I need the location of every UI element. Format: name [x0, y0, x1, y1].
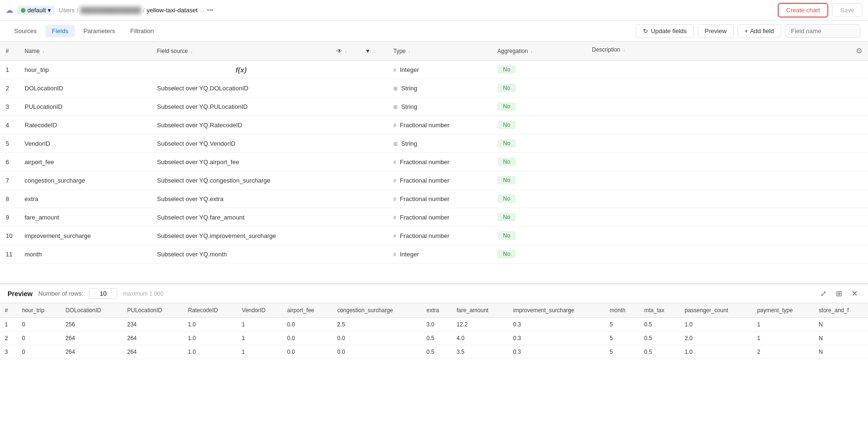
cell-num: 2	[0, 79, 19, 97]
preview-cell: 1.0	[680, 318, 752, 332]
cell-field-source: Subselect over YQ.congestion_surcharge	[151, 171, 331, 190]
preview-cell: 1	[752, 318, 814, 332]
tab-parameters[interactable]: Parameters	[77, 25, 122, 37]
star-icon[interactable]: ☆	[200, 7, 205, 14]
field-name-input[interactable]	[785, 24, 860, 38]
preview-cell: 1	[0, 318, 17, 332]
preview-cell: 1.0	[680, 345, 752, 359]
cell-field-source: Subselect over YQ.airport_fee	[151, 153, 331, 171]
preview-cell: 2	[0, 332, 17, 345]
cell-filter	[359, 134, 388, 153]
tab-sources[interactable]: Sources	[8, 25, 43, 37]
add-field-label: Add field	[750, 27, 774, 35]
preview-cell: N	[814, 345, 868, 359]
cell-agg: No	[492, 208, 586, 227]
preview-body-wrapper: #hour_tripDOLocationIDPULocationIDRateco…	[0, 303, 868, 421]
cell-desc	[586, 134, 868, 153]
cell-field-source: Subselect over YQ.RatecodeID	[151, 116, 331, 134]
preview-cell: 0.5	[640, 345, 680, 359]
preview-col-header: #	[0, 303, 17, 318]
cell-num: 10	[0, 227, 19, 245]
preview-header-row: #hour_tripDOLocationIDPULocationIDRateco…	[0, 303, 868, 318]
agg-badge: No	[497, 121, 516, 129]
preview-cell: N	[814, 332, 868, 345]
preview-cell: 0.0	[282, 318, 332, 332]
agg-badge: No	[497, 231, 516, 240]
cell-agg: No	[492, 79, 586, 97]
cell-type: # Fractional number	[388, 208, 492, 227]
preview-cell: 5	[605, 318, 640, 332]
col-header-aggregation[interactable]: Aggregation ↓	[492, 42, 586, 61]
type-icon: #	[393, 159, 396, 165]
create-chart-button[interactable]: Create chart	[778, 3, 829, 18]
type-icon: ⊞	[393, 104, 398, 110]
expand-icon[interactable]: ⤢	[817, 288, 829, 299]
type-icon: ⊞	[393, 141, 398, 147]
preview-cell: 0.0	[332, 345, 422, 359]
cell-agg: No	[492, 171, 586, 190]
cell-visibility	[331, 116, 359, 134]
cell-agg: No	[492, 227, 586, 245]
breadcrumb-users[interactable]: Users	[59, 7, 75, 14]
columns-icon[interactable]: ⊞	[833, 288, 845, 299]
gear-icon[interactable]: ⚙	[856, 46, 862, 55]
cell-agg: No	[492, 97, 586, 116]
cell-desc	[586, 245, 868, 263]
col-header-field-source[interactable]: Field source ↓	[151, 42, 331, 61]
workspace-pill[interactable]: default ▾	[17, 6, 55, 15]
tab-fields[interactable]: Fields	[45, 25, 75, 37]
cell-filter	[359, 190, 388, 208]
cell-type: # Fractional number	[388, 153, 492, 171]
cell-type: ⊞ String	[388, 97, 492, 116]
cell-num: 1	[0, 61, 19, 79]
cell-visibility	[331, 208, 359, 227]
preview-cell: 264	[122, 332, 183, 345]
cell-visibility	[331, 190, 359, 208]
cell-field-source: Subselect over YQ.improvement_surcharge	[151, 227, 331, 245]
preview-button[interactable]: Preview	[698, 24, 734, 38]
cell-name: congestion_surcharge	[19, 171, 151, 190]
add-field-button[interactable]: + Add field	[738, 24, 781, 38]
close-icon[interactable]: ✕	[849, 288, 860, 299]
header-right: Create chart Save	[778, 3, 862, 18]
preview-cell: 264	[122, 345, 183, 359]
cell-num: 3	[0, 97, 19, 116]
agg-badge: No	[497, 213, 516, 221]
cell-type: ⊞ String	[388, 79, 492, 97]
rows-input[interactable]	[89, 288, 117, 299]
col-header-description[interactable]: Description ↓ ⚙	[586, 42, 868, 61]
col-header-visibility[interactable]: 👁 ↓	[331, 42, 359, 61]
col-header-type[interactable]: Type ↓	[388, 42, 492, 61]
cell-agg: No	[492, 153, 586, 171]
cell-filter	[359, 208, 388, 227]
agg-badge: No	[497, 139, 516, 148]
preview-cell: 3.0	[422, 318, 452, 332]
table-row: 9 fare_amount Subselect over YQ.fare_amo…	[0, 208, 868, 227]
preview-cell: N	[814, 318, 868, 332]
preview-col-header: improvement_surcharge	[508, 303, 605, 318]
preview-row: 202642641.010.00.00.54.00.350.52.01N	[0, 332, 868, 345]
tab-filtration[interactable]: Filtration	[124, 25, 161, 37]
cell-filter	[359, 116, 388, 134]
table-row: 5 VendorID Subselect over YQ.VendorID ⊞ …	[0, 134, 868, 153]
preview-cell: 0.0	[332, 332, 422, 345]
col-header-filter[interactable]: ▼ ↓	[359, 42, 388, 61]
more-icon[interactable]: •••	[207, 7, 214, 14]
table-row: 4 RatecodeID Subselect over YQ.RatecodeI…	[0, 116, 868, 134]
update-fields-button[interactable]: ↻ Update fields	[636, 24, 694, 38]
cell-filter	[359, 171, 388, 190]
col-header-name[interactable]: Name ↓	[19, 42, 151, 61]
cell-type: # Fractional number	[388, 227, 492, 245]
table-row: 1 hour_trip f(x) # Integer No	[0, 61, 868, 79]
preview-cell: 0.3	[508, 318, 605, 332]
save-button[interactable]: Save	[832, 3, 862, 17]
type-icon: #	[393, 67, 396, 73]
preview-cell: 5	[605, 345, 640, 359]
cell-num: 6	[0, 153, 19, 171]
cell-num: 8	[0, 190, 19, 208]
preview-col-header: VendorID	[237, 303, 283, 318]
cell-desc	[586, 153, 868, 171]
type-icon: #	[393, 215, 396, 220]
cell-visibility	[331, 79, 359, 97]
preview-cell: 2.5	[332, 318, 422, 332]
